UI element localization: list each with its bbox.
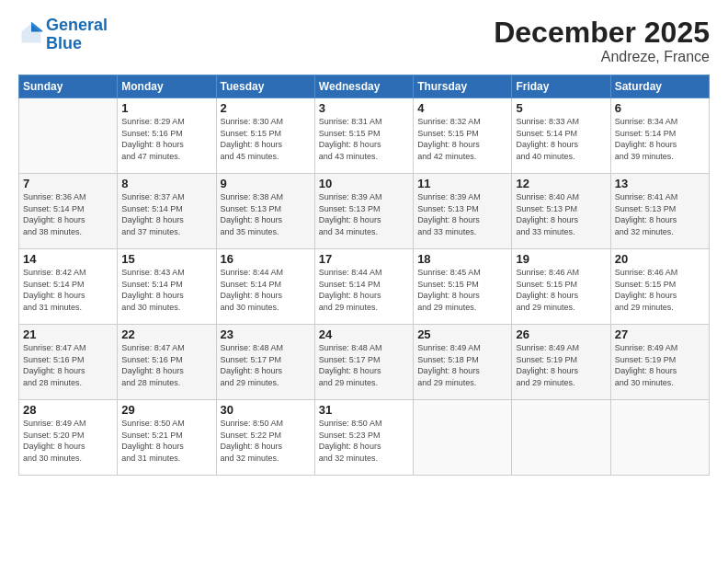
table-row: [414, 400, 512, 476]
table-row: 6Sunrise: 8:34 AM Sunset: 5:14 PM Daylig…: [610, 98, 709, 174]
day-info: Sunrise: 8:36 AM Sunset: 5:14 PM Dayligh…: [23, 191, 113, 237]
day-number: 11: [417, 177, 507, 190]
table-row: 2Sunrise: 8:30 AM Sunset: 5:15 PM Daylig…: [216, 98, 314, 174]
day-info: Sunrise: 8:40 AM Sunset: 5:13 PM Dayligh…: [516, 191, 606, 237]
day-number: 27: [615, 327, 705, 341]
day-number: 29: [121, 403, 211, 417]
day-number: 28: [23, 403, 113, 417]
day-info: Sunrise: 8:49 AM Sunset: 5:19 PM Dayligh…: [516, 342, 606, 388]
table-row: 11Sunrise: 8:39 AM Sunset: 5:13 PM Dayli…: [414, 174, 512, 249]
logo-line2: Blue: [46, 34, 82, 52]
table-row: 1Sunrise: 8:29 AM Sunset: 5:16 PM Daylig…: [118, 98, 216, 174]
day-info: Sunrise: 8:44 AM Sunset: 5:14 PM Dayligh…: [319, 267, 409, 313]
day-number: 8: [121, 177, 211, 190]
day-info: Sunrise: 8:34 AM Sunset: 5:14 PM Dayligh…: [615, 116, 705, 162]
day-number: 12: [516, 177, 606, 190]
table-row: 12Sunrise: 8:40 AM Sunset: 5:13 PM Dayli…: [512, 174, 610, 249]
table-row: 20Sunrise: 8:46 AM Sunset: 5:15 PM Dayli…: [610, 249, 709, 325]
day-info: Sunrise: 8:48 AM Sunset: 5:17 PM Dayligh…: [221, 342, 311, 388]
table-row: 16Sunrise: 8:44 AM Sunset: 5:14 PM Dayli…: [216, 249, 314, 325]
header: General Blue December 2025 Andreze, Fran…: [18, 17, 710, 65]
day-number: 17: [319, 252, 409, 266]
calendar-title: December 2025: [494, 17, 710, 49]
table-row: 31Sunrise: 8:50 AM Sunset: 5:23 PM Dayli…: [314, 400, 413, 476]
day-info: Sunrise: 8:46 AM Sunset: 5:15 PM Dayligh…: [516, 267, 606, 313]
table-row: 4Sunrise: 8:32 AM Sunset: 5:15 PM Daylig…: [414, 98, 512, 174]
day-info: Sunrise: 8:33 AM Sunset: 5:14 PM Dayligh…: [516, 116, 606, 162]
day-info: Sunrise: 8:29 AM Sunset: 5:16 PM Dayligh…: [121, 116, 211, 162]
day-info: Sunrise: 8:50 AM Sunset: 5:23 PM Dayligh…: [319, 418, 409, 464]
day-number: 15: [121, 252, 211, 266]
day-number: 3: [319, 101, 409, 115]
day-number: 13: [615, 177, 705, 190]
table-row: 23Sunrise: 8:48 AM Sunset: 5:17 PM Dayli…: [216, 325, 314, 400]
calendar-header-row: Sunday Monday Tuesday Wednesday Thursday…: [19, 75, 710, 98]
day-info: Sunrise: 8:45 AM Sunset: 5:15 PM Dayligh…: [417, 267, 507, 313]
table-row: 17Sunrise: 8:44 AM Sunset: 5:14 PM Dayli…: [314, 249, 413, 325]
calendar-week-row: 14Sunrise: 8:42 AM Sunset: 5:14 PM Dayli…: [19, 249, 710, 325]
calendar-week-row: 7Sunrise: 8:36 AM Sunset: 5:14 PM Daylig…: [19, 174, 710, 249]
day-number: 1: [121, 101, 211, 115]
table-row: 15Sunrise: 8:43 AM Sunset: 5:14 PM Dayli…: [118, 249, 216, 325]
col-wednesday: Wednesday: [314, 75, 413, 98]
col-thursday: Thursday: [414, 75, 512, 98]
title-block: December 2025 Andreze, France: [494, 17, 710, 65]
day-info: Sunrise: 8:43 AM Sunset: 5:14 PM Dayligh…: [121, 267, 211, 313]
day-info: Sunrise: 8:37 AM Sunset: 5:14 PM Dayligh…: [121, 191, 211, 237]
day-number: 2: [221, 101, 311, 115]
table-row: 22Sunrise: 8:47 AM Sunset: 5:16 PM Dayli…: [118, 325, 216, 400]
day-number: 30: [221, 403, 311, 417]
day-number: 7: [23, 177, 113, 190]
table-row: 21Sunrise: 8:47 AM Sunset: 5:16 PM Dayli…: [19, 325, 118, 400]
table-row: 24Sunrise: 8:48 AM Sunset: 5:17 PM Dayli…: [314, 325, 413, 400]
col-monday: Monday: [118, 75, 216, 98]
table-row: 26Sunrise: 8:49 AM Sunset: 5:19 PM Dayli…: [512, 325, 610, 400]
col-friday: Friday: [512, 75, 610, 98]
table-row: 25Sunrise: 8:49 AM Sunset: 5:18 PM Dayli…: [414, 325, 512, 400]
logo-line1: General: [46, 16, 108, 34]
table-row: 7Sunrise: 8:36 AM Sunset: 5:14 PM Daylig…: [19, 174, 118, 249]
day-number: 6: [615, 101, 705, 115]
table-row: 19Sunrise: 8:46 AM Sunset: 5:15 PM Dayli…: [512, 249, 610, 325]
day-number: 19: [516, 252, 606, 266]
table-row: 27Sunrise: 8:49 AM Sunset: 5:19 PM Dayli…: [610, 325, 709, 400]
day-info: Sunrise: 8:42 AM Sunset: 5:14 PM Dayligh…: [23, 267, 113, 313]
table-row: 30Sunrise: 8:50 AM Sunset: 5:22 PM Dayli…: [216, 400, 314, 476]
day-number: 26: [516, 327, 606, 341]
table-row: [610, 400, 709, 476]
table-row: 9Sunrise: 8:38 AM Sunset: 5:13 PM Daylig…: [216, 174, 314, 249]
table-row: 18Sunrise: 8:45 AM Sunset: 5:15 PM Dayli…: [414, 249, 512, 325]
table-row: [19, 98, 118, 174]
logo-text: General Blue: [46, 17, 108, 53]
table-row: 28Sunrise: 8:49 AM Sunset: 5:20 PM Dayli…: [19, 400, 118, 476]
day-info: Sunrise: 8:32 AM Sunset: 5:15 PM Dayligh…: [417, 116, 507, 162]
table-row: 29Sunrise: 8:50 AM Sunset: 5:21 PM Dayli…: [118, 400, 216, 476]
calendar-week-row: 1Sunrise: 8:29 AM Sunset: 5:16 PM Daylig…: [19, 98, 710, 174]
col-saturday: Saturday: [610, 75, 709, 98]
day-number: 20: [615, 252, 705, 266]
day-info: Sunrise: 8:46 AM Sunset: 5:15 PM Dayligh…: [615, 267, 705, 313]
table-row: 3Sunrise: 8:31 AM Sunset: 5:15 PM Daylig…: [314, 98, 413, 174]
table-row: 5Sunrise: 8:33 AM Sunset: 5:14 PM Daylig…: [512, 98, 610, 174]
day-info: Sunrise: 8:49 AM Sunset: 5:18 PM Dayligh…: [417, 342, 507, 388]
day-number: 10: [319, 177, 409, 190]
day-info: Sunrise: 8:44 AM Sunset: 5:14 PM Dayligh…: [221, 267, 311, 313]
calendar-table: Sunday Monday Tuesday Wednesday Thursday…: [18, 75, 710, 476]
day-info: Sunrise: 8:38 AM Sunset: 5:13 PM Dayligh…: [221, 191, 311, 237]
calendar-subtitle: Andreze, France: [494, 49, 710, 65]
table-row: 13Sunrise: 8:41 AM Sunset: 5:13 PM Dayli…: [610, 174, 709, 249]
day-number: 23: [221, 327, 311, 341]
day-number: 25: [417, 327, 507, 341]
day-number: 9: [221, 177, 311, 190]
day-info: Sunrise: 8:48 AM Sunset: 5:17 PM Dayligh…: [319, 342, 409, 388]
table-row: 14Sunrise: 8:42 AM Sunset: 5:14 PM Dayli…: [19, 249, 118, 325]
day-info: Sunrise: 8:49 AM Sunset: 5:20 PM Dayligh…: [23, 418, 113, 464]
day-number: 22: [121, 327, 211, 341]
day-info: Sunrise: 8:31 AM Sunset: 5:15 PM Dayligh…: [319, 116, 409, 162]
col-sunday: Sunday: [19, 75, 118, 98]
day-number: 18: [417, 252, 507, 266]
day-number: 24: [319, 327, 409, 341]
day-number: 31: [319, 403, 409, 417]
day-info: Sunrise: 8:30 AM Sunset: 5:15 PM Dayligh…: [221, 116, 311, 162]
day-number: 21: [23, 327, 113, 341]
